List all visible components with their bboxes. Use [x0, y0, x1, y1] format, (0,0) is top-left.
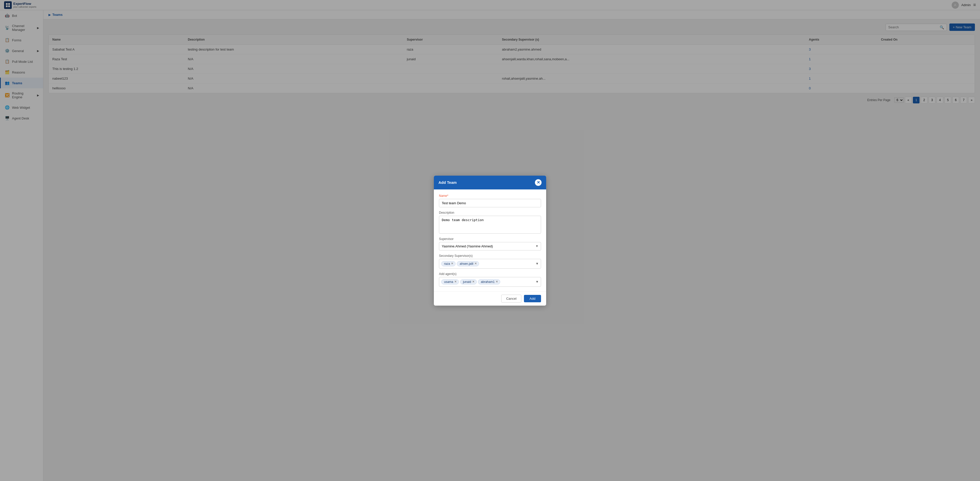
- name-field-group: Name*: [439, 194, 541, 207]
- secondary-supervisor-label: Secondary Supervisor(s): [439, 254, 541, 258]
- name-input[interactable]: [439, 199, 541, 207]
- modal-footer: Cancel Add: [434, 291, 546, 306]
- supervisor-field-group: Supervisor Yasmine.Ahmed (Yasmine Ahmed)…: [439, 237, 541, 250]
- tag-remove-icon[interactable]: ✕: [472, 280, 474, 284]
- tag-abraham1: abraham1 ✕: [478, 279, 500, 284]
- tag-remove-icon[interactable]: ✕: [496, 280, 498, 284]
- modal-title: Add Team: [438, 180, 457, 185]
- description-field-group: Description Demo team description: [439, 211, 541, 234]
- tag-ahsen-jalil: ahsen.jalil ✕: [457, 261, 479, 266]
- tags-chevron-icon: ▼: [535, 262, 539, 266]
- modal-header: Add Team ✕: [434, 176, 546, 190]
- supervisor-label: Supervisor: [439, 237, 541, 241]
- description-label: Description: [439, 211, 541, 215]
- tag-junaid: junaid ✕: [460, 279, 477, 284]
- tag-label: abraham1: [481, 280, 495, 284]
- tag-label: usama: [444, 280, 453, 284]
- secondary-supervisor-field-group: Secondary Supervisor(s) raza ✕ ahsen.jal…: [439, 254, 541, 269]
- tag-label: raza: [444, 262, 450, 266]
- tag-usama: usama ✕: [441, 279, 459, 284]
- cancel-button[interactable]: Cancel: [501, 295, 521, 303]
- description-input[interactable]: Demo team description: [439, 216, 541, 234]
- name-label: Name*: [439, 194, 541, 197]
- agents-field-group: Add agent(s) usama ✕ junaid ✕ abraham1 ✕…: [439, 272, 541, 287]
- agents-tags-input[interactable]: usama ✕ junaid ✕ abraham1 ✕ ▼: [439, 277, 541, 287]
- tag-remove-icon[interactable]: ✕: [451, 262, 453, 265]
- tag-label: junaid: [463, 280, 471, 284]
- tag-label: ahsen.jalil: [460, 262, 473, 266]
- add-button[interactable]: Add: [524, 295, 541, 302]
- agents-label: Add agent(s): [439, 272, 541, 276]
- supervisor-select[interactable]: Yasmine.Ahmed (Yasmine Ahmed): [439, 242, 541, 250]
- tag-remove-icon[interactable]: ✕: [454, 280, 457, 284]
- add-team-modal: Add Team ✕ Name* Description Demo team d…: [434, 176, 546, 306]
- secondary-supervisor-tags-input[interactable]: raza ✕ ahsen.jalil ✕ ▼: [439, 259, 541, 269]
- tag-raza: raza ✕: [441, 261, 455, 266]
- modal-overlay: Add Team ✕ Name* Description Demo team d…: [0, 0, 980, 481]
- tag-remove-icon[interactable]: ✕: [474, 262, 477, 265]
- modal-close-button[interactable]: ✕: [535, 179, 542, 186]
- modal-body: Name* Description Demo team description …: [434, 190, 546, 291]
- tags-chevron-icon: ▼: [535, 280, 539, 284]
- supervisor-select-wrapper: Yasmine.Ahmed (Yasmine Ahmed) ▼: [439, 242, 541, 250]
